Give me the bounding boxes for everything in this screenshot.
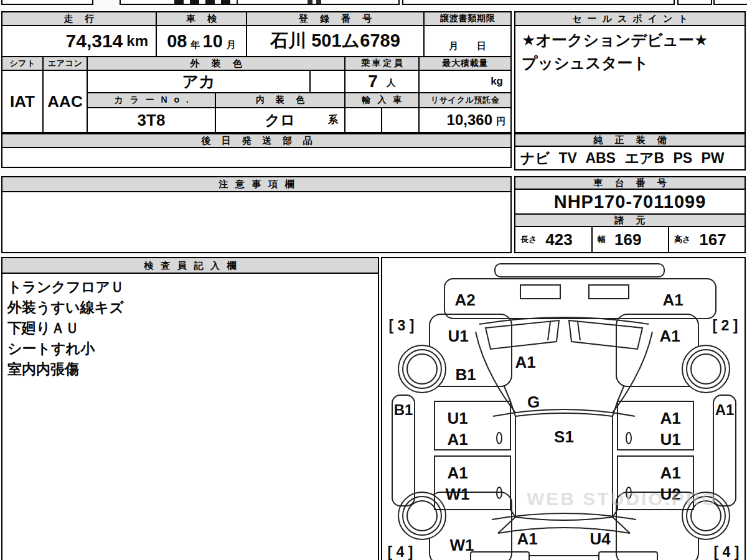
inspection-year: 08 <box>167 31 187 52</box>
wheel-front-right <box>682 345 730 393</box>
import-header: 輸 入 車 <box>344 92 420 108</box>
inspection-value: 08 年 10 月 <box>156 25 247 57</box>
label-rocker-left: B1 <box>394 401 413 418</box>
sales-point-header: セールスポイント <box>514 11 746 26</box>
label-rear-panel-right: U4 <box>590 530 611 548</box>
sales-point-line2: プッシュスタート <box>522 52 738 75</box>
color-no-value: 3T8 <box>87 107 216 133</box>
label-windshield: G <box>527 393 540 411</box>
marker-front-left: [ 3 ] <box>389 317 415 334</box>
interior-color-suffix: 系 <box>328 114 338 127</box>
interior-color-header: 内 装 色 <box>215 92 345 108</box>
roof-antenna-bar <box>495 264 664 277</box>
rear-bumper-slot-left <box>471 552 529 560</box>
color-no-header: カ ラ ー N o . <box>87 92 216 108</box>
clipped-text-fragment <box>174 0 238 4</box>
mileage-number: 74,314 <box>66 30 123 52</box>
label-rear-fender-left: W1 <box>450 536 474 554</box>
label-rear-panel-left: A1 <box>517 530 537 548</box>
front-bumper-slot-right <box>589 285 629 299</box>
import-value-cell-2 <box>381 107 420 133</box>
inspector-line: シートすれ小 <box>7 338 373 359</box>
shift-header: シフト <box>1 56 44 71</box>
aircon-value: AAC <box>42 70 88 133</box>
label-rear-door-left-2: W1 <box>446 485 470 503</box>
capacity-value: 7 人 <box>344 70 420 93</box>
label-cowl-left: B1 <box>455 365 476 384</box>
notes-header: 注 意 事 項 欄 <box>1 176 512 192</box>
exterior-color-value: アカ <box>87 70 311 93</box>
spec-width: 幅 169 <box>591 226 669 253</box>
top-strip-cell <box>713 0 747 5</box>
shift-value: IAT <box>1 70 44 133</box>
later-parts-header: 後 日 発 送 部 品 <box>1 133 512 148</box>
top-strip-cell <box>402 0 675 5</box>
inspection-year-unit: 年 <box>191 39 200 51</box>
label-front-fender-left: U1 <box>448 327 468 345</box>
label-front-bumper-right: A1 <box>662 291 683 309</box>
door-handle <box>626 432 631 444</box>
marker-rear-left: [ 4 ] <box>388 544 413 560</box>
transfer-deadline-value: 月 日 <box>423 25 512 57</box>
mileage-value: 74,314 km <box>1 25 157 57</box>
top-strip-cell <box>120 0 400 5</box>
notes-body <box>1 191 512 253</box>
clipped-text-fragment <box>308 0 324 4</box>
mileage-unit: km <box>126 32 148 50</box>
inspector-line: 外装うすい線キズ <box>7 297 373 318</box>
spec-height: 高さ 167 <box>668 226 746 253</box>
specs-header: 諸 元 <box>514 213 746 227</box>
interior-color-value: クロ 系 <box>215 107 345 133</box>
top-strip-cell <box>677 0 712 5</box>
chassis-value: NHP170-7011099 <box>514 189 746 215</box>
equipment-value: ナビ TV ABS エアB PS PW <box>514 146 746 170</box>
recycle-deposit-value: 10,360 円 <box>418 107 512 133</box>
label-rocker-right: A1 <box>715 401 735 418</box>
mileage-header: 走 行 <box>1 11 157 26</box>
spec-length-label: 長さ <box>520 234 537 245</box>
interior-color-name: クロ <box>265 110 295 130</box>
registration-header: 登 録 番 号 <box>246 11 425 26</box>
aircon-header: エアコン <box>42 56 88 71</box>
headlight-left-line <box>548 322 550 340</box>
spec-length: 長さ 423 <box>514 226 593 253</box>
rear-bumper-slot-right <box>599 552 657 560</box>
inspector-body: トランクフロアＵ 外装うすい線キズ 下廻りＡＵ シートすれ小 室内内張傷 <box>1 273 379 560</box>
capacity-header: 乗車定員 <box>344 56 420 71</box>
import-value-cell-1 <box>344 107 382 133</box>
marker-front-right: [ 2 ] <box>713 317 738 334</box>
chassis-header: 車 台 番 号 <box>514 176 746 190</box>
front-door-right-shape <box>618 401 693 450</box>
damage-diagram-box: WEB STUDIO.PRO <box>381 257 746 560</box>
spec-height-value: 167 <box>699 230 726 250</box>
label-front-bumper-left: A2 <box>454 291 475 309</box>
later-parts-value <box>1 147 512 168</box>
inspector-line: トランクフロアＵ <box>7 277 373 297</box>
sales-point-body: ★オークションデビュー★ プッシュスタート <box>514 25 746 133</box>
equipment-header: 純 正 装 備 <box>514 133 746 147</box>
label-hood: A1 <box>515 353 535 371</box>
marker-rear-right: [ 4 ] <box>714 544 740 560</box>
transfer-deadline-header: 譲渡書類期限 <box>423 11 512 26</box>
max-load-value: kg <box>418 70 512 93</box>
label-rear-door-left-1: A1 <box>447 464 467 482</box>
inspection-month-unit: 月 <box>227 39 236 51</box>
auction-sheet: 走 行 車 検 登 録 番 号 譲渡書類期限 74,314 km 08 年 10… <box>0 0 747 560</box>
front-door-left-shape <box>435 401 510 450</box>
front-bumper-slot-left <box>520 285 560 299</box>
label-front-door-left-2: A1 <box>447 430 467 449</box>
wheel-front-left <box>398 345 446 393</box>
capacity-unit: 人 <box>387 77 396 89</box>
car-damage-diagram: A2 A1 U1 A1 B1 A1 G B1 A1 U1 A1 A1 U1 S1… <box>382 258 745 560</box>
registration-value: 石川 501ム6789 <box>246 25 425 57</box>
label-front-door-right-1: A1 <box>660 409 680 427</box>
spec-height-label: 高さ <box>674 234 690 245</box>
spec-length-value: 423 <box>545 230 572 250</box>
recycle-unit: 円 <box>496 116 505 128</box>
exterior-color-header: 外 装 色 <box>87 56 345 71</box>
inspector-line: 下廻りＡＵ <box>7 318 373 338</box>
inspector-line: 室内内張傷 <box>7 359 373 380</box>
wheel-rear-left <box>398 492 446 539</box>
inspection-header: 車 検 <box>156 11 247 26</box>
recycle-number: 10,360 <box>447 111 492 129</box>
